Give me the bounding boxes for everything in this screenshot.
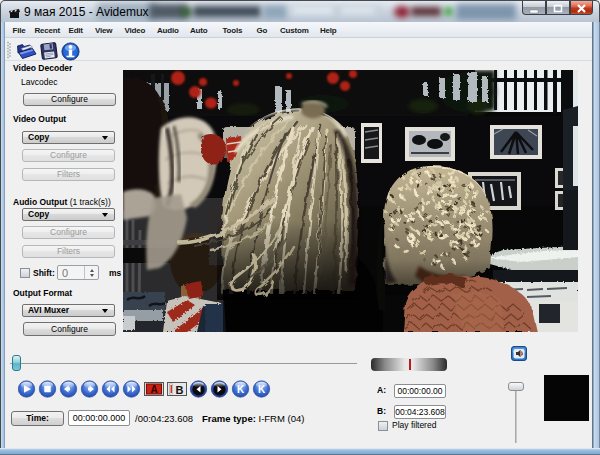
svg-text:B: B bbox=[176, 384, 184, 396]
svg-text:K: K bbox=[258, 384, 266, 395]
svg-text:K: K bbox=[237, 384, 245, 395]
svg-text:A: A bbox=[150, 384, 157, 395]
